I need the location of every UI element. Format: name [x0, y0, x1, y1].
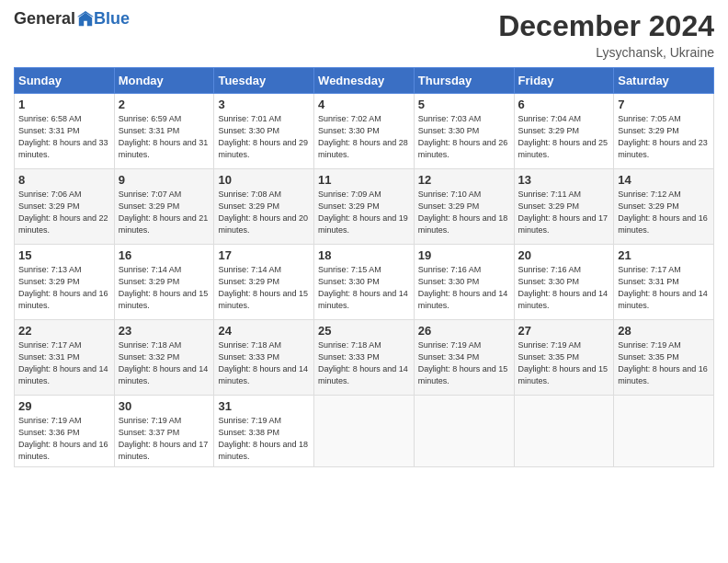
table-row: 3 Sunrise: 7:01 AM Sunset: 3:30 PM Dayli… [214, 94, 314, 169]
table-row: 5 Sunrise: 7:03 AM Sunset: 3:30 PM Dayli… [414, 94, 514, 169]
day-number: 25 [318, 324, 410, 338]
table-row: 1 Sunrise: 6:58 AM Sunset: 3:31 PM Dayli… [15, 94, 115, 169]
table-row: 28 Sunrise: 7:19 AM Sunset: 3:35 PM Dayl… [614, 320, 714, 396]
page: General Blue December 2024 Lysychansk, U… [0, 0, 728, 563]
col-thursday: Thursday [414, 68, 514, 94]
day-number: 5 [418, 98, 510, 111]
table-row [514, 396, 614, 467]
table-row: 8 Sunrise: 7:06 AM Sunset: 3:29 PM Dayli… [15, 169, 115, 245]
table-row: 18 Sunrise: 7:15 AM Sunset: 3:30 PM Dayl… [314, 245, 415, 320]
day-info: Sunrise: 7:14 AM Sunset: 3:29 PM Dayligh… [119, 264, 210, 312]
day-number: 14 [618, 173, 710, 187]
table-row: 31 Sunrise: 7:19 AM Sunset: 3:38 PM Dayl… [214, 396, 314, 467]
day-number: 28 [618, 324, 710, 338]
table-row [614, 396, 714, 467]
calendar-table: Sunday Monday Tuesday Wednesday Thursday… [14, 67, 714, 467]
day-info: Sunrise: 7:09 AM Sunset: 3:29 PM Dayligh… [318, 189, 410, 236]
table-row: 23 Sunrise: 7:18 AM Sunset: 3:32 PM Dayl… [114, 320, 214, 396]
day-info: Sunrise: 7:19 AM Sunset: 3:37 PM Dayligh… [119, 415, 210, 463]
day-number: 18 [318, 248, 410, 262]
day-info: Sunrise: 7:12 AM Sunset: 3:29 PM Dayligh… [618, 189, 710, 236]
day-number: 21 [618, 248, 710, 262]
table-row: 14 Sunrise: 7:12 AM Sunset: 3:29 PM Dayl… [614, 169, 714, 245]
day-info: Sunrise: 6:59 AM Sunset: 3:31 PM Dayligh… [119, 113, 210, 161]
day-number: 24 [218, 324, 310, 338]
table-row: 4 Sunrise: 7:02 AM Sunset: 3:30 PM Dayli… [314, 94, 415, 169]
day-info: Sunrise: 7:17 AM Sunset: 3:31 PM Dayligh… [18, 339, 110, 387]
day-number: 8 [18, 173, 110, 187]
table-row: 26 Sunrise: 7:19 AM Sunset: 3:34 PM Dayl… [414, 320, 514, 396]
day-info: Sunrise: 7:18 AM Sunset: 3:33 PM Dayligh… [318, 339, 410, 387]
logo: General Blue [14, 9, 130, 29]
table-row: 30 Sunrise: 7:19 AM Sunset: 3:37 PM Dayl… [114, 396, 214, 467]
table-row: 9 Sunrise: 7:07 AM Sunset: 3:29 PM Dayli… [114, 169, 214, 245]
day-number: 15 [18, 248, 110, 262]
table-row: 2 Sunrise: 6:59 AM Sunset: 3:31 PM Dayli… [114, 94, 214, 169]
table-row: 6 Sunrise: 7:04 AM Sunset: 3:29 PM Dayli… [514, 94, 614, 169]
day-number: 6 [518, 98, 610, 111]
day-number: 26 [418, 324, 510, 338]
table-row: 12 Sunrise: 7:10 AM Sunset: 3:29 PM Dayl… [414, 169, 514, 245]
day-number: 4 [318, 98, 410, 111]
table-row: 16 Sunrise: 7:14 AM Sunset: 3:29 PM Dayl… [114, 245, 214, 320]
day-info: Sunrise: 7:19 AM Sunset: 3:35 PM Dayligh… [518, 339, 610, 387]
day-info: Sunrise: 7:15 AM Sunset: 3:30 PM Dayligh… [318, 264, 410, 312]
header-row: Sunday Monday Tuesday Wednesday Thursday… [15, 68, 714, 94]
day-number: 1 [18, 98, 110, 111]
day-number: 11 [318, 173, 410, 187]
day-info: Sunrise: 7:19 AM Sunset: 3:34 PM Dayligh… [418, 339, 510, 387]
table-row: 13 Sunrise: 7:11 AM Sunset: 3:29 PM Dayl… [514, 169, 614, 245]
table-row: 15 Sunrise: 7:13 AM Sunset: 3:29 PM Dayl… [15, 245, 115, 320]
table-row: 19 Sunrise: 7:16 AM Sunset: 3:30 PM Dayl… [414, 245, 514, 320]
day-info: Sunrise: 7:19 AM Sunset: 3:36 PM Dayligh… [18, 415, 110, 463]
header: General Blue December 2024 Lysychansk, U… [14, 9, 714, 60]
day-info: Sunrise: 7:04 AM Sunset: 3:29 PM Dayligh… [518, 113, 610, 161]
day-info: Sunrise: 7:16 AM Sunset: 3:30 PM Dayligh… [518, 264, 610, 312]
day-number: 16 [119, 248, 210, 262]
table-row [314, 396, 415, 467]
day-number: 30 [119, 399, 210, 413]
col-friday: Friday [514, 68, 614, 94]
table-row: 22 Sunrise: 7:17 AM Sunset: 3:31 PM Dayl… [15, 320, 115, 396]
col-sunday: Sunday [15, 68, 115, 94]
day-info: Sunrise: 7:14 AM Sunset: 3:29 PM Dayligh… [218, 264, 310, 312]
day-number: 9 [119, 173, 210, 187]
day-number: 3 [218, 98, 310, 111]
col-tuesday: Tuesday [214, 68, 314, 94]
day-number: 2 [119, 98, 210, 111]
day-number: 19 [418, 248, 510, 262]
day-info: Sunrise: 7:13 AM Sunset: 3:29 PM Dayligh… [18, 264, 110, 312]
day-info: Sunrise: 7:01 AM Sunset: 3:30 PM Dayligh… [218, 113, 310, 161]
day-number: 10 [218, 173, 310, 187]
day-info: Sunrise: 7:18 AM Sunset: 3:32 PM Dayligh… [119, 339, 210, 387]
day-info: Sunrise: 7:02 AM Sunset: 3:30 PM Dayligh… [318, 113, 410, 161]
day-number: 23 [119, 324, 210, 338]
table-row: 25 Sunrise: 7:18 AM Sunset: 3:33 PM Dayl… [314, 320, 415, 396]
table-row: 21 Sunrise: 7:17 AM Sunset: 3:31 PM Dayl… [614, 245, 714, 320]
day-info: Sunrise: 7:06 AM Sunset: 3:29 PM Dayligh… [18, 189, 110, 236]
day-number: 29 [18, 399, 110, 413]
day-info: Sunrise: 7:07 AM Sunset: 3:29 PM Dayligh… [119, 189, 210, 236]
day-info: Sunrise: 7:03 AM Sunset: 3:30 PM Dayligh… [418, 113, 510, 161]
day-info: Sunrise: 7:11 AM Sunset: 3:29 PM Dayligh… [518, 189, 610, 236]
day-number: 7 [618, 98, 710, 111]
day-info: Sunrise: 6:58 AM Sunset: 3:31 PM Dayligh… [18, 113, 110, 161]
col-saturday: Saturday [614, 68, 714, 94]
table-row: 20 Sunrise: 7:16 AM Sunset: 3:30 PM Dayl… [514, 245, 614, 320]
logo-general: General [14, 9, 75, 29]
title-section: December 2024 Lysychansk, Ukraine [498, 9, 714, 60]
day-info: Sunrise: 7:19 AM Sunset: 3:38 PM Dayligh… [218, 415, 310, 463]
day-info: Sunrise: 7:17 AM Sunset: 3:31 PM Dayligh… [618, 264, 710, 312]
table-row: 10 Sunrise: 7:08 AM Sunset: 3:29 PM Dayl… [214, 169, 314, 245]
logo-icon [77, 11, 94, 28]
day-info: Sunrise: 7:05 AM Sunset: 3:29 PM Dayligh… [618, 113, 710, 161]
day-info: Sunrise: 7:16 AM Sunset: 3:30 PM Dayligh… [418, 264, 510, 312]
day-info: Sunrise: 7:08 AM Sunset: 3:29 PM Dayligh… [218, 189, 310, 236]
table-row: 29 Sunrise: 7:19 AM Sunset: 3:36 PM Dayl… [15, 396, 115, 467]
location: Lysychansk, Ukraine [498, 45, 714, 60]
day-number: 20 [518, 248, 610, 262]
day-info: Sunrise: 7:10 AM Sunset: 3:29 PM Dayligh… [418, 189, 510, 236]
table-row: 24 Sunrise: 7:18 AM Sunset: 3:33 PM Dayl… [214, 320, 314, 396]
day-number: 12 [418, 173, 510, 187]
table-row: 11 Sunrise: 7:09 AM Sunset: 3:29 PM Dayl… [314, 169, 415, 245]
